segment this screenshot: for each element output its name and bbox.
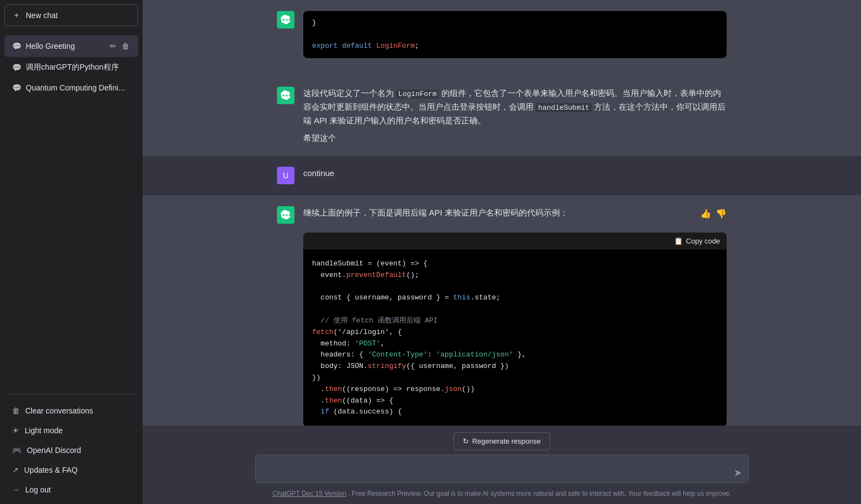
input-wrapper: ↻ Regenerate response ➤ bbox=[255, 432, 749, 485]
assistant-intro-text: 继续上面的例子，下面是调用后端 API 来验证用户名和密码的代码示例： bbox=[303, 206, 568, 219]
sidebar-footer-openai-discord[interactable]: 🎮 OpenAI Discord bbox=[4, 440, 138, 460]
updates-faq-label: Updates & FAQ bbox=[24, 466, 77, 474]
continue-text: continue bbox=[303, 168, 335, 178]
user-message-text: continue bbox=[303, 167, 727, 180]
sidebar-footer-light-mode[interactable]: ☀ Light mode bbox=[4, 421, 138, 440]
sidebar-item-charGPT-python[interactable]: 💬 调用charGPT的Python程序 bbox=[4, 57, 138, 78]
chat-item-label: 调用charGPT的Python程序 bbox=[26, 63, 131, 72]
assistant-content-text: 这段代码定义了一个名为 LoginForm 的组件，它包含了一个表单来输入用户名… bbox=[303, 87, 727, 145]
footer-version-link[interactable]: ChatGPT Dec 15 Version bbox=[273, 490, 347, 497]
code-block-body: handleSubmit = (event) => { event.preven… bbox=[303, 250, 727, 426]
clear-conversations-label: Clear conversations bbox=[25, 406, 93, 415]
chat-item-label: Hello Greeting bbox=[26, 42, 104, 50]
sidebar-item-hello-greeting[interactable]: 💬 Hello Greeting ✏ 🗑 bbox=[4, 35, 138, 57]
openai-discord-icon: 🎮 bbox=[12, 446, 21, 455]
assistant-avatar-top bbox=[277, 11, 294, 29]
user-message-continue: U continue bbox=[143, 156, 861, 195]
updates-faq-icon: ↗ bbox=[12, 466, 19, 474]
assistant-message-top: } export default LoginForm; bbox=[143, 0, 861, 76]
light-mode-icon: ☀ bbox=[12, 426, 19, 435]
send-button[interactable]: ➤ bbox=[734, 467, 742, 479]
regenerate-label: Regenerate response bbox=[472, 437, 541, 445]
thumb-up-button[interactable]: 👍 bbox=[700, 208, 711, 219]
sidebar-footer-updates-faq[interactable]: ↗ Updates & FAQ bbox=[4, 460, 138, 480]
assistant-message-text: 这段代码定义了一个名为 LoginForm 的组件，它包含了一个表单来输入用户名… bbox=[143, 76, 861, 156]
copy-code-label: Copy code bbox=[686, 237, 720, 245]
chat-icon: 💬 bbox=[12, 42, 21, 50]
delete-button[interactable]: 🗑 bbox=[121, 41, 131, 52]
code-block-header: 📋 Copy code bbox=[303, 233, 727, 250]
footer-note-text: . Free Research Preview. Our goal is to … bbox=[348, 490, 731, 497]
clear-conversations-icon: 🗑 bbox=[12, 406, 20, 415]
chinese-paragraph-2: 希望这个 bbox=[303, 132, 727, 145]
chat-item-actions: ✏ 🗑 bbox=[109, 41, 131, 52]
main-area: } export default LoginForm; 这段代码定义了一个名为 … bbox=[143, 0, 861, 504]
sidebar-item-quantum-computing[interactable]: 💬 Quantum Computing Defini... bbox=[4, 78, 138, 98]
assistant-message-code: 继续上面的例子，下面是调用后端 API 来验证用户名和密码的代码示例： 👍 👎 … bbox=[143, 195, 861, 426]
copy-code-button[interactable]: 📋 Copy code bbox=[674, 237, 720, 245]
assistant-avatar-text bbox=[277, 87, 294, 104]
sidebar-top: ＋ New chat bbox=[0, 0, 143, 31]
chat-list: 💬 Hello Greeting ✏ 🗑 💬 调用charGPT的Python程… bbox=[0, 31, 143, 392]
assistant-content-top: } export default LoginForm; bbox=[303, 11, 727, 65]
sidebar-footer-log-out[interactable]: → Log out bbox=[4, 480, 138, 500]
sidebar-footer-clear-conversations[interactable]: 🗑 Clear conversations bbox=[4, 401, 138, 421]
rename-button[interactable]: ✏ bbox=[109, 41, 117, 52]
regenerate-btn-wrapper: ↻ Regenerate response bbox=[255, 432, 749, 450]
user-avatar: U bbox=[277, 167, 294, 184]
light-mode-label: Light mode bbox=[25, 426, 63, 435]
chinese-paragraph-1: 这段代码定义了一个名为 LoginForm 的组件，它包含了一个表单来输入用户名… bbox=[303, 87, 727, 127]
chat-icon: 💬 bbox=[12, 63, 21, 72]
top-code-block: } export default LoginForm; bbox=[303, 11, 727, 58]
new-chat-label: New chat bbox=[26, 11, 58, 20]
assistant-avatar-code bbox=[277, 206, 294, 224]
log-out-label: Log out bbox=[25, 485, 51, 494]
code-block: 📋 Copy code handleSubmit = (event) => { … bbox=[303, 233, 727, 426]
copy-icon: 📋 bbox=[674, 237, 683, 245]
new-chat-button[interactable]: ＋ New chat bbox=[4, 4, 138, 26]
regenerate-button[interactable]: ↻ Regenerate response bbox=[454, 432, 550, 450]
send-icon: ➤ bbox=[734, 467, 742, 478]
chat-input[interactable] bbox=[255, 455, 749, 483]
regenerate-icon: ↻ bbox=[463, 437, 469, 445]
sidebar-bottom: 🗑 Clear conversations ☀ Light mode 🎮 Ope… bbox=[0, 397, 143, 504]
log-out-icon: → bbox=[12, 485, 20, 494]
footer-note: ChatGPT Dec 15 Version . Free Research P… bbox=[143, 485, 861, 504]
message-actions: 👍 👎 bbox=[700, 206, 727, 219]
sidebar: ＋ New chat 💬 Hello Greeting ✏ 🗑 💬 调用char… bbox=[0, 0, 143, 504]
plus-icon: ＋ bbox=[13, 10, 20, 20]
chat-item-label: Quantum Computing Defini... bbox=[26, 83, 131, 92]
assistant-content-code: 继续上面的例子，下面是调用后端 API 来验证用户名和密码的代码示例： 👍 👎 … bbox=[303, 206, 727, 426]
input-area: ↻ Regenerate response ➤ bbox=[143, 426, 861, 485]
thumb-down-button[interactable]: 👎 bbox=[716, 208, 727, 219]
openai-discord-label: OpenAI Discord bbox=[27, 446, 81, 455]
messages-area: } export default LoginForm; 这段代码定义了一个名为 … bbox=[143, 0, 861, 426]
chat-icon: 💬 bbox=[12, 83, 21, 92]
sidebar-divider bbox=[4, 394, 138, 394]
